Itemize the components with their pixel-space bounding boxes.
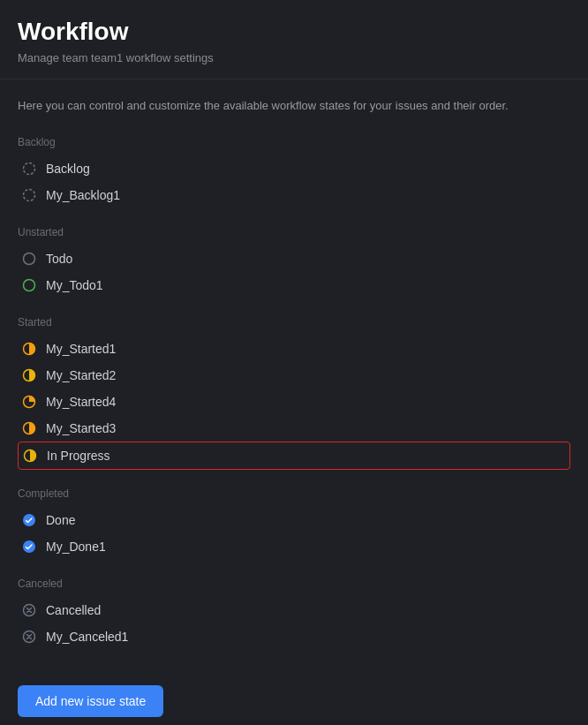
state-name: My_Started2 (46, 368, 116, 382)
state-name: Backlog (46, 162, 90, 176)
unstarted-green-icon (21, 277, 37, 293)
state-name: My_Started1 (46, 342, 116, 356)
state-item-my-done1[interactable]: My_Done1 (18, 533, 570, 560)
section-completed: Completed Done My_Done1 (18, 487, 570, 560)
cancelled-icon-2 (21, 629, 37, 645)
section-label-unstarted: Unstarted (18, 226, 570, 238)
section-cancelled: Canceled Cancelled My_Canceled1 (18, 578, 570, 650)
state-item-cancelled[interactable]: Cancelled (18, 597, 570, 623)
completed-icon (21, 512, 37, 528)
svg-point-1 (24, 189, 35, 200)
state-name: My_Backlog1 (46, 188, 120, 202)
state-name: Todo (46, 252, 72, 266)
cancelled-icon (21, 602, 37, 618)
started-info-icon (21, 394, 37, 410)
state-name: Cancelled (46, 603, 101, 617)
state-item-my-cancelled1[interactable]: My_Canceled1 (18, 623, 570, 650)
state-name: My_Done1 (46, 540, 106, 554)
section-started: Started My_Started1 My_Started2 (18, 316, 570, 470)
state-name: My_Started4 (46, 395, 116, 409)
svg-point-0 (24, 162, 35, 174)
state-name-in-progress: In Progress (47, 449, 110, 463)
state-item-my-started4[interactable]: My_Started4 (18, 389, 570, 415)
page-subtitle: Manage team team1 workflow settings (18, 51, 570, 64)
state-name: My_Started3 (46, 421, 116, 435)
svg-point-2 (24, 253, 35, 264)
section-label-completed: Completed (18, 487, 570, 500)
state-item-in-progress[interactable]: In Progress (18, 442, 570, 470)
backlog-icon (21, 161, 37, 177)
state-name: My_Canceled1 (46, 630, 128, 644)
section-label-backlog: Backlog (18, 136, 570, 148)
unstarted-icon (21, 251, 37, 267)
section-backlog: Backlog Backlog My_Backlog1 (18, 136, 570, 208)
section-label-cancelled: Canceled (18, 578, 570, 590)
svg-point-3 (24, 279, 35, 291)
page-description: Here you can control and customize the a… (18, 97, 570, 115)
state-item-my-started2[interactable]: My_Started2 (18, 362, 570, 389)
add-new-issue-state-button[interactable]: Add new issue state (18, 685, 163, 717)
started-orange-icon (21, 341, 37, 357)
backlog-icon-2 (21, 187, 37, 203)
page-title: Workflow (18, 18, 570, 46)
section-unstarted: Unstarted Todo My_Todo1 (18, 226, 570, 298)
state-item-todo[interactable]: Todo (18, 245, 570, 272)
started-yellow-icon (21, 367, 37, 383)
state-item-backlog[interactable]: Backlog (18, 155, 570, 182)
state-name: My_Todo1 (46, 278, 103, 292)
state-item-my-started1[interactable]: My_Started1 (18, 336, 570, 362)
state-item-done[interactable]: Done (18, 507, 570, 533)
started-half-icon (21, 420, 37, 436)
state-item-my-todo1[interactable]: My_Todo1 (18, 272, 570, 298)
started-inprogress-icon (22, 448, 38, 464)
completed-icon-2 (21, 539, 37, 555)
section-label-started: Started (18, 316, 570, 329)
state-name: Done (46, 513, 75, 527)
state-item-my-backlog1[interactable]: My_Backlog1 (18, 182, 570, 208)
header-divider (0, 79, 588, 79)
state-item-my-started3[interactable]: My_Started3 (18, 415, 570, 442)
page-container: Workflow Manage team team1 workflow sett… (0, 0, 588, 725)
